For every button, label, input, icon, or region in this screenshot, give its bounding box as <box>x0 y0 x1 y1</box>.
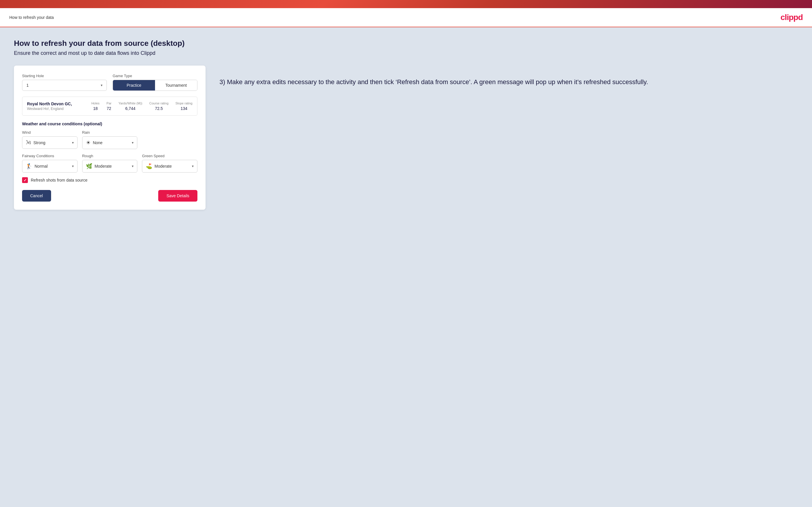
sidebar-instruction: 3) Make any extra edits necessary to the… <box>219 77 798 87</box>
save-button[interactable]: Save Details <box>158 190 197 202</box>
game-type-group: Game Type Practice Tournament <box>113 74 197 91</box>
starting-hole-value: 1 <box>27 83 29 88</box>
game-type-buttons: Practice Tournament <box>113 80 197 91</box>
par-stat: Par 72 <box>107 102 111 111</box>
holes-stat: Holes 18 <box>92 102 100 111</box>
fairway-chevron-icon: ▾ <box>72 164 74 168</box>
green-speed-label: Green Speed <box>142 154 197 158</box>
starting-hole-label: Starting Hole <box>22 74 107 78</box>
par-value: 72 <box>107 106 111 111</box>
tournament-button[interactable]: Tournament <box>155 80 197 91</box>
sidebar-text: 3) Make any extra edits necessary to the… <box>219 65 798 87</box>
rough-group: Rough 🌿 Moderate ▾ <box>82 154 138 173</box>
wind-group: Wind 🌬 Strong ▾ <box>22 130 78 149</box>
fairway-icon: 🏌 <box>26 163 32 169</box>
conditions-title: Weather and course conditions (optional) <box>22 121 197 126</box>
page-subtitle: Ensure the correct and most up to date d… <box>14 50 798 56</box>
logo: clippd <box>781 13 803 22</box>
course-rating-label: Course rating <box>149 102 168 105</box>
practice-button[interactable]: Practice <box>113 80 155 91</box>
green-speed-select[interactable]: ⛳ Moderate ▾ <box>142 160 197 173</box>
rain-group: Rain ☀ None ▾ <box>82 130 138 149</box>
button-row: Cancel Save Details <box>22 190 197 202</box>
cancel-button[interactable]: Cancel <box>22 190 51 202</box>
slope-rating-value: 134 <box>175 106 193 111</box>
yards-value: 6,744 <box>118 106 142 111</box>
chevron-down-icon: ▾ <box>101 83 102 87</box>
green-speed-value: Moderate <box>154 164 171 169</box>
wind-label: Wind <box>22 130 78 134</box>
fairway-label: Fairway Conditions <box>22 154 78 158</box>
form-card: Starting Hole 1 ▾ Game Type Practice Tou… <box>14 65 206 210</box>
header-title: How to refresh your data <box>9 15 54 20</box>
wind-select[interactable]: 🌬 Strong ▾ <box>22 136 78 149</box>
green-speed-icon: ⛳ <box>146 163 152 169</box>
rain-label: Rain <box>82 130 138 134</box>
holes-value: 18 <box>92 106 100 111</box>
wind-chevron-icon: ▾ <box>72 141 74 145</box>
holes-label: Holes <box>92 102 100 105</box>
course-name: Royal North Devon GC, <box>27 102 72 106</box>
green-speed-group: Green Speed ⛳ Moderate ▾ <box>142 154 197 173</box>
course-location: Westward Ho!, England <box>27 107 72 111</box>
wind-value: Strong <box>33 140 45 145</box>
refresh-checkbox[interactable] <box>22 177 28 183</box>
course-info-row: Royal North Devon GC, Westward Ho!, Engl… <box>22 97 197 116</box>
slope-rating-label: Slope rating <box>175 102 193 105</box>
ground-conditions-row: Fairway Conditions 🏌 Normal ▾ Rough 🌿 <box>22 154 197 173</box>
yards-stat: Yards/White (M)) 6,744 <box>118 102 142 111</box>
rough-label: Rough <box>82 154 138 158</box>
rain-icon: ☀ <box>86 139 91 146</box>
green-speed-chevron-icon: ▾ <box>192 164 194 168</box>
game-type-label: Game Type <box>113 74 197 78</box>
page-title: How to refresh your data from source (de… <box>14 39 798 48</box>
content-area: Starting Hole 1 ▾ Game Type Practice Tou… <box>14 65 798 210</box>
wind-rain-row: Wind 🌬 Strong ▾ Rain ☀ None <box>22 130 197 149</box>
starting-hole-group: Starting Hole 1 ▾ <box>22 74 107 91</box>
top-bar <box>0 0 812 8</box>
rough-value: Moderate <box>95 164 112 169</box>
slope-rating-stat: Slope rating 134 <box>175 102 193 111</box>
rain-value: None <box>93 140 102 145</box>
course-rating-value: 72.5 <box>149 106 168 111</box>
header: How to refresh your data clippd <box>0 8 812 27</box>
top-form-row: Starting Hole 1 ▾ Game Type Practice Tou… <box>22 74 197 91</box>
fairway-group: Fairway Conditions 🏌 Normal ▾ <box>22 154 78 173</box>
rough-icon: 🌿 <box>86 163 92 169</box>
yards-label: Yards/White (M)) <box>118 102 142 105</box>
par-label: Par <box>107 102 111 105</box>
rain-select[interactable]: ☀ None ▾ <box>82 136 138 149</box>
wind-icon: 🌬 <box>26 139 31 146</box>
course-name-group: Royal North Devon GC, Westward Ho!, Engl… <box>27 102 72 111</box>
rough-select[interactable]: 🌿 Moderate ▾ <box>82 160 138 173</box>
starting-hole-select[interactable]: 1 ▾ <box>22 80 107 91</box>
course-stats: Holes 18 Par 72 Yards/White (M)) 6,744 C… <box>92 102 193 111</box>
rough-chevron-icon: ▾ <box>132 164 134 168</box>
fairway-select[interactable]: 🏌 Normal ▾ <box>22 160 78 173</box>
fairway-value: Normal <box>35 164 48 169</box>
refresh-label: Refresh shots from data source <box>31 178 87 182</box>
rain-chevron-icon: ▾ <box>132 141 134 145</box>
main-content: How to refresh your data from source (de… <box>0 27 812 507</box>
course-rating-stat: Course rating 72.5 <box>149 102 168 111</box>
refresh-checkbox-row: Refresh shots from data source <box>22 177 197 183</box>
